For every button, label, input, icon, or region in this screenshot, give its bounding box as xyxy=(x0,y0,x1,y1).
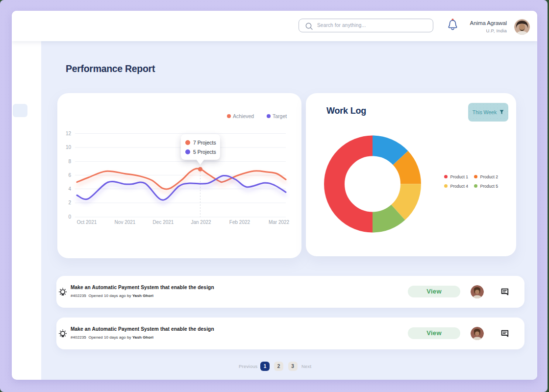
svg-text:12: 12 xyxy=(66,131,72,136)
svg-text:5 Projects: 5 Projects xyxy=(193,149,216,155)
svg-text:Dec 2021: Dec 2021 xyxy=(153,220,174,225)
svg-text:7 Projects: 7 Projects xyxy=(193,140,216,146)
svg-text:8: 8 xyxy=(68,159,71,164)
svg-text:Jan 2022: Jan 2022 xyxy=(191,220,211,225)
svg-text:0: 0 xyxy=(68,214,71,220)
svg-text:Feb 2022: Feb 2022 xyxy=(229,220,250,225)
svg-text:6: 6 xyxy=(68,172,71,178)
svg-text:Mar 2022: Mar 2022 xyxy=(269,220,290,225)
svg-text:4: 4 xyxy=(68,186,71,192)
svg-text:2: 2 xyxy=(68,200,71,205)
svg-text:10: 10 xyxy=(66,145,72,150)
svg-text:Achieved: Achieved xyxy=(233,113,254,119)
svg-text:Oct 2021: Oct 2021 xyxy=(77,220,97,225)
svg-text:Target: Target xyxy=(273,113,287,119)
svg-text:Nov 2021: Nov 2021 xyxy=(115,220,136,225)
